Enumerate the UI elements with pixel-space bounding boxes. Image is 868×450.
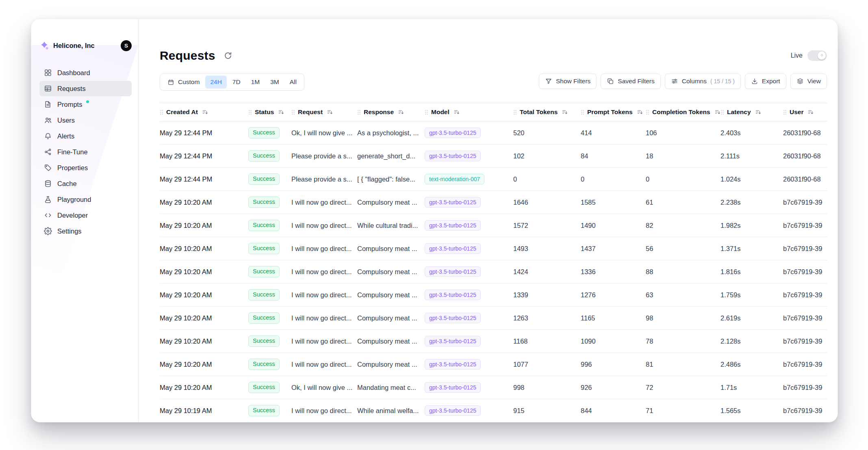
cell-model: gpt-3.5-turbo-0125 [425,399,513,422]
prompts-icon [44,100,52,108]
drag-handle-icon[interactable] [291,109,295,115]
sort-icon[interactable] [562,109,568,115]
cell-prompt-tokens: 996 [581,353,646,376]
cell-total-tokens: 1424 [513,260,581,283]
custom-range-button[interactable]: Custom [163,76,204,89]
sidebar-item-label: Users [57,117,75,124]
requests-icon [44,84,52,93]
drag-handle-icon[interactable] [425,109,428,115]
avatar[interactable]: S [121,40,132,51]
column-header-label: Created At [166,108,198,116]
cell-prompt-tokens: 1276 [581,283,646,307]
sidebar-item-label: Alerts [57,132,74,140]
sidebar-item-alerts[interactable]: Alerts [39,128,132,144]
drag-handle-icon[interactable] [248,109,252,115]
drag-handle-icon[interactable] [581,109,584,115]
time-range-all[interactable]: All [285,76,302,89]
sidebar-item-label: Fine-Tune [57,148,88,156]
toolbar-button-label: Saved Filters [618,78,654,85]
time-range-24h[interactable]: 24H [205,76,226,89]
drag-handle-icon[interactable] [646,109,649,115]
new-indicator-dot [86,100,89,103]
cell-prompt-tokens: 1090 [581,330,646,353]
cell-total-tokens: 1077 [513,353,581,376]
sidebar-item-settings[interactable]: Settings [39,223,132,239]
requests-table-grid: Created AtStatusRequestResponseModelTota… [160,103,827,422]
cell-response: Mandating meat c... [357,376,425,399]
sort-icon[interactable] [637,109,643,115]
drag-handle-icon[interactable] [357,109,361,115]
column-header-created-at[interactable]: Created At [160,103,248,121]
cell-request: I will now go direct... [291,399,357,422]
cell-status: Success [248,399,291,422]
cell-status: Success [248,191,291,214]
cell-model: gpt-3.5-turbo-0125 [425,376,513,399]
sort-icon[interactable] [714,109,720,115]
column-header-response[interactable]: Response [357,103,425,121]
toolbar: Show FiltersSaved FiltersColumns( 15 / 1… [539,74,827,89]
cell-total-tokens: 915 [513,399,581,422]
cell-status: Success [248,121,291,145]
sidebar-item-users[interactable]: Users [39,112,132,128]
cell-status: Success [248,237,291,260]
time-range-7d[interactable]: 7D [228,76,245,89]
sort-icon[interactable] [454,109,460,115]
sidebar-item-developer[interactable]: Developer [39,208,132,223]
drag-handle-icon[interactable] [160,109,163,115]
column-header-user[interactable]: User [783,103,827,121]
cell-created-at: May 29 10:19 AM [160,399,248,422]
cell-prompt-tokens: 1490 [581,214,646,237]
sidebar-item-prompts[interactable]: Prompts [39,97,132,112]
column-header-status[interactable]: Status [248,103,291,121]
status-badge: Success [248,220,280,231]
sidebar-item-playground[interactable]: Playground [39,192,132,207]
sidebar-item-label: Dashboard [57,69,90,77]
time-range-3m[interactable]: 3M [265,76,284,89]
org-switcher[interactable]: Helicone, Inc S [39,40,132,51]
sidebar-item-properties[interactable]: Properties [39,160,132,175]
sort-icon[interactable] [398,109,404,115]
live-toggle[interactable] [807,50,827,61]
sidebar-item-requests[interactable]: Requests [39,81,132,96]
column-header-completion-tokens[interactable]: Completion Tokens [646,103,720,121]
sidebar-item-dashboard[interactable]: Dashboard [39,65,132,80]
cell-created-at: May 29 10:20 AM [160,330,248,353]
sidebar-item-cache[interactable]: Cache [39,176,132,191]
cell-completion-tokens: 88 [646,260,720,283]
status-badge: Success [248,127,280,138]
sidebar-item-fine-tune[interactable]: Fine-Tune [39,144,132,160]
cell-prompt-tokens: 84 [581,145,646,168]
column-header-request[interactable]: Request [291,103,357,121]
column-header-prompt-tokens[interactable]: Prompt Tokens [581,103,646,121]
cell-response: Compulsory meat ... [357,191,425,214]
calendar-icon [167,79,174,86]
cell-latency: 2.486s [720,353,783,376]
cell-total-tokens: 1168 [513,330,581,353]
status-badge: Success [248,243,280,254]
sort-icon[interactable] [755,109,762,115]
model-badge: gpt-3.5-turbo-0125 [425,336,481,347]
sort-icon[interactable] [278,109,284,115]
toolbar-button-columns[interactable]: Columns( 15 / 15 ) [665,74,741,89]
column-header-total-tokens[interactable]: Total Tokens [513,103,581,121]
toolbar-button-show-filters[interactable]: Show Filters [539,74,597,89]
drag-handle-icon[interactable] [513,109,517,115]
toolbar-button-saved-filters[interactable]: Saved Filters [601,74,660,89]
refresh-button[interactable] [224,51,232,60]
cell-latency: 2.619s [720,307,783,330]
sort-icon[interactable] [807,109,814,115]
toolbar-button-view[interactable]: View [790,74,827,89]
status-badge: Success [248,173,280,184]
cell-total-tokens: 0 [513,168,581,191]
drag-handle-icon[interactable] [783,109,787,115]
sidebar-item-label: Playground [57,196,91,203]
sort-icon[interactable] [327,109,333,115]
time-range-1m[interactable]: 1M [246,76,265,89]
drag-handle-icon[interactable] [720,109,724,115]
column-header-label: User [790,108,803,116]
column-header-model[interactable]: Model [425,103,513,121]
sort-icon[interactable] [202,109,208,115]
column-header-latency[interactable]: Latency [720,103,783,121]
toolbar-button-export[interactable]: Export [745,74,786,89]
cell-total-tokens: 998 [513,376,581,399]
